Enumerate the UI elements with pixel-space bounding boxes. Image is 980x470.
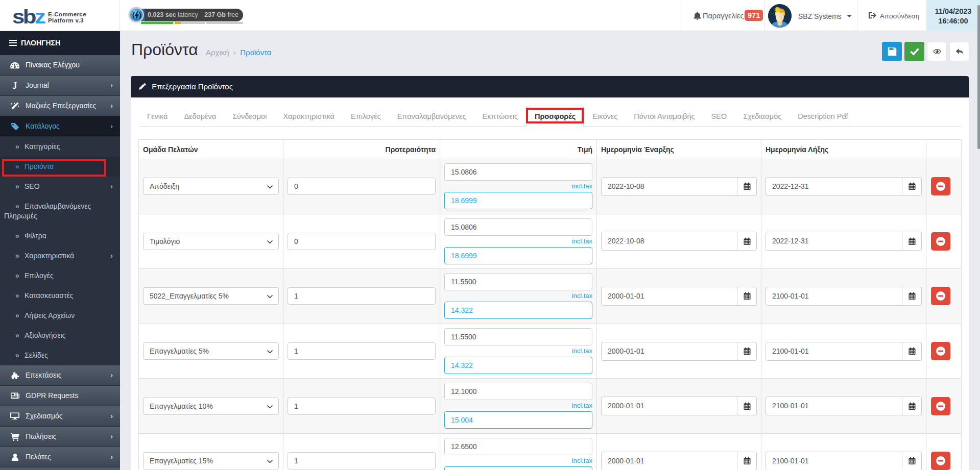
svg-text:J: J	[13, 82, 17, 90]
